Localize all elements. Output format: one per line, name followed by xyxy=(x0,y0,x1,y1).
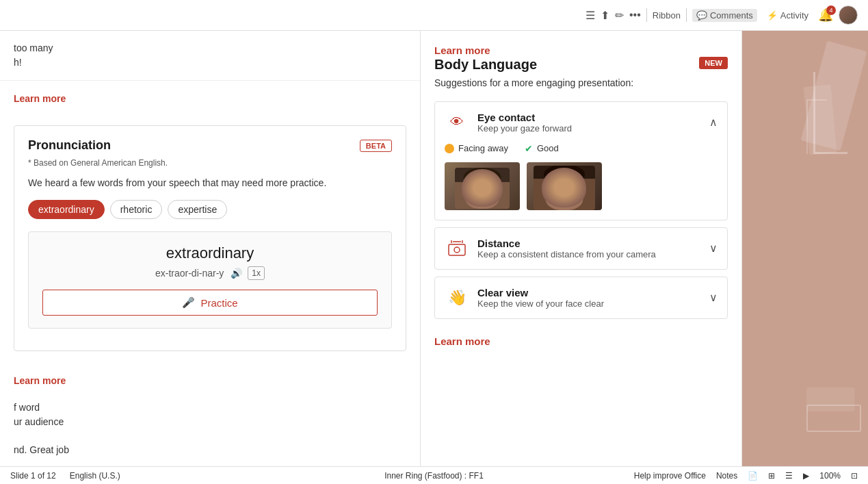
presenter-icon[interactable]: ▶ xyxy=(803,471,809,481)
ribbon-area: ☰ ⬆ ✏ ••• Ribbon 💬 Comments ⚡ Activity 🔔… xyxy=(586,5,858,25)
hamburger-icon[interactable]: ☰ xyxy=(586,9,595,22)
language-status: English (U.S.) xyxy=(70,471,120,481)
ribbon-label: Ribbon xyxy=(653,10,681,21)
cutoff-text-1: too many h! xyxy=(14,41,406,70)
phonetic-icons: 🔊 1x xyxy=(229,266,265,280)
clear-view-text: Clear view Keep the view of your face cl… xyxy=(477,287,604,309)
clear-view-title: Clear view xyxy=(477,287,604,298)
clear-view-header[interactable]: 👋 Clear view Keep the view of your face … xyxy=(435,277,727,318)
clear-view-header-left: 👋 Clear view Keep the view of your face … xyxy=(445,285,604,310)
svg-rect-0 xyxy=(449,244,465,255)
zoom-level: 100% xyxy=(819,471,841,481)
speed-button[interactable]: 1x xyxy=(248,266,265,280)
distance-icon xyxy=(445,236,469,261)
learn-more-bottom-link[interactable]: Learn more xyxy=(14,375,66,386)
clear-view-subtitle: Keep the view of your face clear xyxy=(477,298,604,309)
view-icon-2[interactable]: ☰ xyxy=(785,471,793,481)
learn-more-top-section: Learn more xyxy=(0,81,420,115)
facing-away-status: Facing away xyxy=(445,143,508,154)
check-icon: ✔ xyxy=(525,143,533,154)
slide-panel xyxy=(742,31,868,466)
notif-badge: 4 xyxy=(826,5,836,15)
share-icon[interactable]: ⬆ xyxy=(601,9,609,22)
comments-button[interactable]: 💬 Comments xyxy=(692,9,757,22)
status-row: Facing away ✔ Good xyxy=(445,143,718,154)
notes-button[interactable]: Notes xyxy=(716,471,737,481)
cutoff-section-2: f word ur audience xyxy=(0,387,420,436)
face-images xyxy=(445,162,718,210)
comment-icon: 💬 xyxy=(696,10,707,21)
word-display: extraordinary ex-traor-di-nar-y 🔊 1x 🎤 P… xyxy=(28,231,392,329)
eye-contact-content: Facing away ✔ Good xyxy=(435,143,727,220)
distance-title: Distance xyxy=(477,238,656,249)
learn-more-right-bottom[interactable]: Learn more xyxy=(434,335,490,347)
face-image-1 xyxy=(445,162,520,210)
new-badge: NEW xyxy=(699,57,728,69)
activity-label: Activity xyxy=(780,10,808,21)
help-improve[interactable]: Help improve Office xyxy=(634,471,706,481)
clear-view-chevron: ∨ xyxy=(709,291,718,304)
status-bar: Slide 1 of 12 English (U.S.) Inner Ring … xyxy=(0,466,868,484)
avatar[interactable] xyxy=(839,5,858,25)
svg-point-1 xyxy=(454,247,460,253)
phonetic-text: ex-traor-di-nar-y xyxy=(155,268,224,279)
good-status: ✔ Good xyxy=(525,143,559,154)
slide-count: Slide 1 of 12 xyxy=(10,471,56,481)
beta-badge: BETA xyxy=(360,140,392,152)
mic-icon: 🎤 xyxy=(182,296,195,309)
notifications-button[interactable]: 🔔 4 xyxy=(818,8,833,23)
body-lang-title: Body Language xyxy=(434,57,537,73)
learn-more-bottom-section: Learn more xyxy=(0,361,420,387)
pronunciation-title: Pronunciation xyxy=(28,138,111,153)
suggestions-text: Suggestions for a more engaging presenta… xyxy=(434,77,728,90)
notes-icon: 📄 xyxy=(748,471,758,481)
cutoff-section-3: nd. Great job xyxy=(0,436,420,464)
comments-label: Comments xyxy=(710,10,753,21)
more-icon[interactable]: ••• xyxy=(629,9,641,21)
good-label: Good xyxy=(537,143,559,153)
divider xyxy=(646,8,647,22)
left-panel: too many h! Learn more Pronunciation BET… xyxy=(0,31,421,466)
right-panel: Learn more Body Language NEW Suggestions… xyxy=(421,31,742,466)
chip-rhetoric[interactable]: rhetoric xyxy=(110,200,163,219)
activity-icon: ⚡ xyxy=(767,10,778,21)
clear-view-item: 👋 Clear view Keep the view of your face … xyxy=(434,277,728,319)
slide-shape-2 xyxy=(806,99,827,154)
eye-contact-header[interactable]: 👁 Eye contact Keep your gaze forward ∧ xyxy=(435,102,727,143)
distance-item: Distance Keep a consistent distance from… xyxy=(434,227,728,270)
distance-header[interactable]: Distance Keep a consistent distance from… xyxy=(435,228,727,269)
learn-more-right-top[interactable]: Learn more xyxy=(434,44,490,56)
distance-subtitle: Keep a consistent distance from your cam… xyxy=(477,249,656,259)
chip-expertise[interactable]: expertise xyxy=(168,200,227,219)
yellow-dot xyxy=(445,144,454,153)
face-image-2 xyxy=(527,162,602,210)
cutoff-text-2: f word ur audience xyxy=(14,400,406,429)
eye-contact-text: Eye contact Keep your gaze forward xyxy=(477,112,572,133)
based-on-text: * Based on General American English. xyxy=(28,158,392,168)
eye-contact-title: Eye contact xyxy=(477,112,572,123)
status-center: Inner Ring (Fastfood) : FF1 xyxy=(384,471,484,481)
eye-contact-chevron-up: ∧ xyxy=(709,116,718,129)
view-icon-1[interactable]: ⊞ xyxy=(768,471,775,481)
main-content: too many h! Learn more Pronunciation BET… xyxy=(0,31,868,466)
distance-text: Distance Keep a consistent distance from… xyxy=(477,238,656,259)
fit-icon[interactable]: ⊡ xyxy=(851,471,858,481)
cutoff-text-3: nd. Great job xyxy=(14,443,406,457)
edit-icon[interactable]: ✏ xyxy=(615,9,624,22)
word-chips: extraordinary rhetoric expertise xyxy=(28,200,392,219)
speaker-button[interactable]: 🔊 xyxy=(229,266,244,280)
card-header: Pronunciation BETA xyxy=(28,138,392,153)
status-right: Help improve Office Notes 📄 ⊞ ☰ ▶ 100% ⊡ xyxy=(634,471,858,481)
activity-button[interactable]: ⚡ Activity xyxy=(763,9,813,22)
distance-header-left: Distance Keep a consistent distance from… xyxy=(445,236,656,261)
chip-extraordinary[interactable]: extraordinary xyxy=(28,200,105,219)
cutoff-section-1: too many h! xyxy=(0,31,420,81)
practice-button[interactable]: 🎤 Practice xyxy=(42,290,378,316)
pronunciation-card: Pronunciation BETA * Based on General Am… xyxy=(14,125,406,351)
eye-icon: 👁 xyxy=(445,110,469,135)
learn-more-top-link[interactable]: Learn more xyxy=(14,93,66,104)
wave-icon: 👋 xyxy=(445,285,469,310)
practice-label: Practice xyxy=(200,297,237,309)
word-main: extraordinary xyxy=(42,244,378,262)
eye-contact-item: 👁 Eye contact Keep your gaze forward ∧ F… xyxy=(434,101,728,220)
